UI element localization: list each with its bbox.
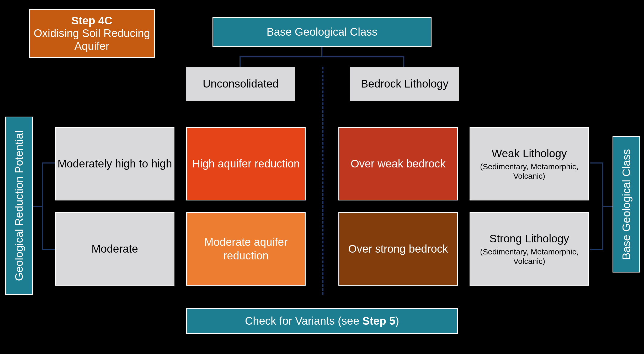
connector <box>602 162 603 250</box>
step-code: Step 4C <box>71 14 112 27</box>
connector <box>321 47 322 56</box>
footer-suffix: ) <box>395 315 399 327</box>
row2-right: Strong Lithology (Sedimentary, Metamorph… <box>470 212 589 286</box>
category-bedrock: Bedrock Lithology <box>350 67 459 101</box>
row2-right-sub: (Sedimentary, Metamorphic, Volcanic) <box>470 247 588 266</box>
connector <box>33 206 42 207</box>
connector <box>42 162 43 250</box>
connector <box>42 162 55 164</box>
connector <box>239 56 241 67</box>
footer-prefix: Check for Variants (see <box>245 315 362 327</box>
right-axis-label-text: Base Geological Class <box>620 149 633 260</box>
category-unconsolidated-text: Unconsolidated <box>203 77 279 91</box>
category-bedrock-text: Bedrock Lithology <box>361 77 449 91</box>
row2-midright-text: Over strong bedrock <box>348 242 448 256</box>
left-axis-label: Geological Reduction Potential <box>5 117 33 295</box>
category-unconsolidated: Unconsolidated <box>186 67 295 101</box>
row2-midright: Over strong bedrock <box>338 212 458 286</box>
divider-dashed <box>322 67 323 295</box>
step-badge: Step 4C Oxidising Soil Reducing Aquifer <box>29 9 155 58</box>
connector <box>590 249 603 250</box>
row1-left-text: Moderately high to high <box>57 157 172 171</box>
connector <box>590 162 603 164</box>
row2-left-text: Moderate <box>92 242 138 256</box>
step-title: Oxidising Soil Reducing Aquifer <box>30 27 154 52</box>
connector <box>603 206 613 207</box>
row1-right: Weak Lithology (Sedimentary, Metamorphic… <box>470 127 589 200</box>
row1-left: Moderately high to high <box>55 127 174 200</box>
row1-midleft-text: High aquifer reduction <box>192 157 300 171</box>
row1-midright: Over weak bedrock <box>338 127 458 200</box>
row1-right-sub: (Sedimentary, Metamorphic, Volcanic) <box>470 162 588 181</box>
top-header-text: Base Geological Class <box>267 26 377 38</box>
row2-left: Moderate <box>55 212 174 286</box>
connector <box>403 56 404 67</box>
footer-box: Check for Variants (see Step 5) <box>186 308 458 334</box>
right-axis-label: Base Geological Class <box>613 136 640 273</box>
footer-bold: Step 5 <box>362 315 395 327</box>
row2-midleft-text: Moderate aquifer reduction <box>187 235 305 263</box>
connector <box>239 56 404 57</box>
connector <box>42 249 55 250</box>
row2-midleft: Moderate aquifer reduction <box>186 212 306 286</box>
row1-right-main: Weak Lithology <box>492 147 567 161</box>
top-header: Base Geological Class <box>212 17 432 47</box>
row1-midleft: High aquifer reduction <box>186 127 306 200</box>
row1-midright-text: Over weak bedrock <box>351 157 446 171</box>
left-axis-label-text: Geological Reduction Potential <box>13 130 25 281</box>
row2-right-main: Strong Lithology <box>489 232 569 246</box>
footer-text: Check for Variants (see Step 5) <box>245 315 399 327</box>
